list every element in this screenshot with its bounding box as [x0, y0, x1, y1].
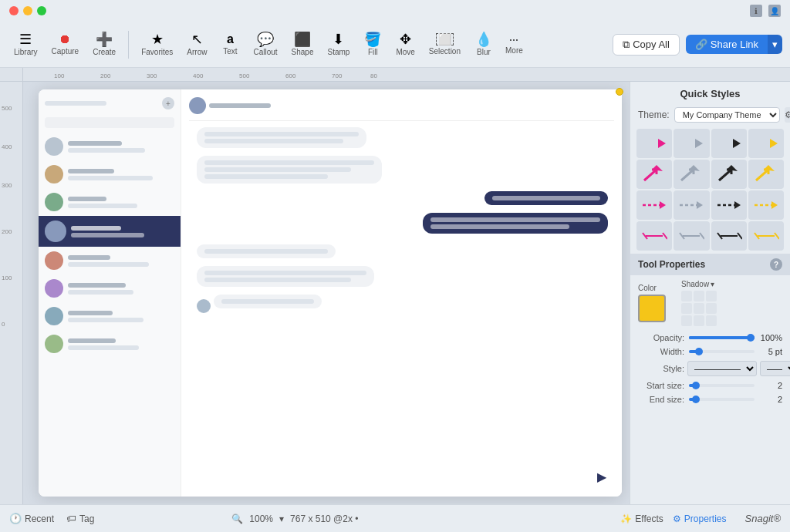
mockup-main: ▶ — [181, 89, 622, 497]
shadow-cell-8[interactable] — [694, 315, 704, 326]
arrow-style-gray-right[interactable] — [674, 129, 709, 158]
ruler-horizontal: 100 200 300 400 500 600 700 80 — [23, 68, 790, 82]
shadow-cell-5[interactable] — [694, 303, 704, 314]
shadow-cell-2[interactable] — [694, 291, 704, 301]
theme-gear-button[interactable]: ⚙ — [785, 107, 790, 123]
msg-row-7 — [189, 295, 614, 313]
send-button[interactable]: ▶ — [597, 470, 606, 484]
text-button[interactable]: a Text — [214, 30, 245, 59]
svg-line-17 — [700, 233, 704, 239]
bubble-out-2 — [423, 213, 608, 234]
shadow-cell-6[interactable] — [706, 303, 717, 314]
shadow-cell-9[interactable] — [706, 315, 717, 326]
canvas-frame[interactable]: + — [39, 89, 622, 497]
avatar-2 — [45, 165, 63, 184]
canvas-handle-tr[interactable] — [616, 88, 623, 96]
arrow-style-gray-double[interactable] — [674, 221, 709, 251]
effects-button[interactable]: ✨ Effects — [620, 513, 663, 524]
close-button[interactable] — [9, 6, 19, 15]
hamburger-icon: ☰ — [19, 32, 32, 46]
svg-line-23 — [775, 233, 779, 239]
msg-row-3 — [189, 191, 608, 210]
shadow-cell-7[interactable] — [681, 315, 692, 326]
msg-row-5 — [189, 244, 614, 263]
recent-button[interactable]: 🕐 Recent — [9, 513, 54, 524]
tool-properties-help[interactable]: ? — [770, 258, 782, 271]
shadow-cell-4[interactable] — [681, 303, 692, 314]
shadow-cell-1[interactable] — [681, 291, 692, 301]
more-icon: ⋯ — [509, 35, 518, 45]
opacity-row: Opacity: 100% — [630, 331, 790, 345]
width-slider[interactable] — [689, 350, 755, 353]
shadow-cell-3[interactable] — [706, 291, 717, 301]
favorites-button[interactable]: ★ Favorites — [135, 29, 179, 59]
end-size-slider[interactable] — [689, 398, 755, 401]
avatar-3 — [45, 193, 63, 211]
arrow-style-black-dashed[interactable] — [711, 190, 747, 220]
selection-button[interactable]: ⬜ Selection — [423, 30, 467, 59]
minimize-button[interactable] — [23, 6, 32, 15]
mockup-chat-item-6 — [39, 274, 181, 302]
end-size-row: End size: 2 — [630, 392, 790, 406]
recent-icon: 🕐 — [9, 513, 22, 524]
style-select-line[interactable]: —————— — [687, 361, 757, 376]
share-link-button[interactable]: 🔗 Share Link — [686, 35, 768, 54]
arrow-style-yellow-dashed[interactable] — [748, 190, 784, 220]
arrow-button[interactable]: ↖ Arrow — [181, 29, 213, 59]
stamp-button[interactable]: ⬇ Stamp — [321, 29, 356, 59]
mockup-sidebar: + — [39, 89, 181, 497]
library-button[interactable]: ☰ Library — [8, 29, 44, 59]
start-size-row: Start size: 2 — [630, 379, 790, 392]
account-icon[interactable]: 👤 — [768, 5, 781, 17]
arrow-style-pink-dashed[interactable] — [636, 190, 672, 220]
arrow-style-black-double[interactable] — [711, 221, 747, 251]
more-button[interactable]: ⋯ More — [501, 32, 528, 58]
arrow-style-yellow-double[interactable] — [748, 221, 784, 251]
arrow-style-black-angled[interactable] — [711, 160, 747, 189]
callout-button[interactable]: 💬 Callout — [247, 29, 283, 59]
create-button[interactable]: ➕ Create — [86, 29, 122, 59]
color-swatch[interactable] — [638, 295, 666, 322]
arrow-style-pink-double[interactable] — [636, 221, 672, 251]
opacity-slider[interactable] — [689, 336, 755, 339]
properties-button[interactable]: ⚙ Properties — [673, 513, 727, 524]
fill-button[interactable]: 🪣 Fill — [357, 29, 388, 59]
toolbar-divider-1 — [128, 31, 129, 59]
chat-info-4 — [71, 226, 174, 237]
mockup-chat-item-2 — [39, 160, 181, 188]
avatar-7 — [45, 307, 63, 325]
svg-line-20 — [738, 233, 742, 239]
style-select-dash[interactable]: —— — [760, 361, 790, 376]
arrow-style-yellow-right[interactable] — [748, 129, 784, 158]
info-icon[interactable]: ℹ — [750, 5, 762, 17]
arrow-style-gray-angled[interactable] — [674, 160, 709, 189]
canvas-content: + — [23, 82, 630, 504]
blur-button[interactable]: 💧 Blur — [468, 29, 499, 59]
arrow-style-black-right[interactable] — [711, 129, 747, 158]
share-link-dropdown[interactable]: ▾ — [768, 35, 782, 54]
shape-button[interactable]: ⬛ Shape — [285, 29, 320, 59]
maximize-button[interactable] — [37, 6, 46, 15]
theme-select[interactable]: My Company Theme — [674, 107, 780, 123]
arrow-style-gray-dashed[interactable] — [674, 190, 709, 220]
arrow-style-pink-right[interactable] — [636, 129, 672, 158]
effects-icon: ✨ — [620, 513, 632, 524]
arrow-tool-icon: ↖ — [191, 32, 203, 46]
canvas-area: 500 400 300 200 100 0 + — [0, 82, 630, 504]
start-size-slider[interactable] — [689, 384, 755, 387]
tag-button[interactable]: 🏷 Tag — [66, 513, 94, 524]
move-button[interactable]: ✥ Move — [390, 29, 420, 59]
mockup-add-btn: + — [162, 97, 174, 109]
mockup-chat-item-5 — [39, 247, 181, 274]
tag-icon: 🏷 — [66, 513, 76, 524]
copy-all-button[interactable]: ⧉ Copy All — [613, 34, 680, 56]
arrow-style-pink-angled[interactable] — [636, 160, 672, 189]
shape-icon: ⬛ — [294, 32, 311, 46]
arrow-style-yellow-angled[interactable] — [748, 160, 784, 189]
capture-button[interactable]: ⏺ Capture — [46, 30, 86, 59]
mockup-chat-item-7 — [39, 302, 181, 330]
color-shadow-row: Color Shadow ▾ — [630, 275, 790, 331]
chat-info-1 — [68, 141, 174, 153]
theme-row: Theme: My Company Theme ⚙ — [630, 104, 790, 126]
toolbar: ☰ Library ⏺ Capture ➕ Create ★ Favorites… — [0, 22, 790, 68]
